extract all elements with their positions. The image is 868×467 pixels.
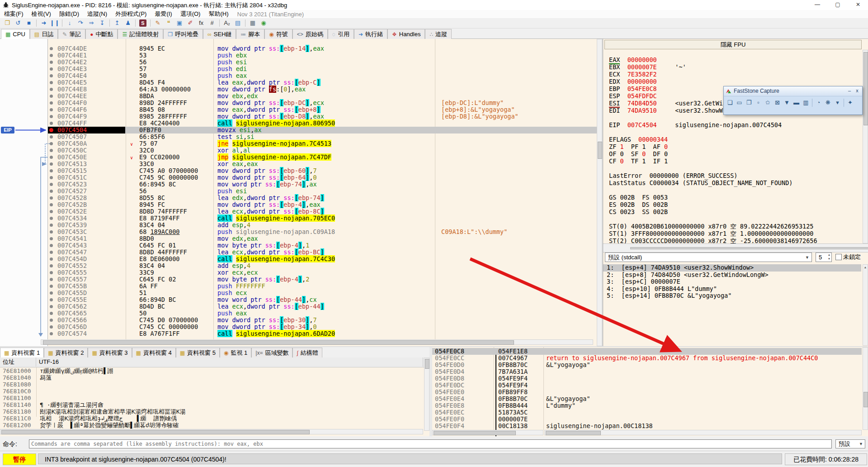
assemble-icon[interactable]: A₂ [222, 19, 232, 28]
scrollbar-thumb[interactable] [1, 430, 310, 434]
disasm-row[interactable]: 007C45288D55 8Clea edx,dword ptr ss:[ebp… [0, 195, 597, 201]
breakpoint-dot[interactable] [50, 210, 53, 213]
scrollbar-thumb[interactable] [43, 340, 514, 345]
disasm-row[interactable]: 007C450E∨E9 CC020000jmp siglusengine-noj… [0, 154, 597, 161]
disasm-row[interactable]: 007C45418BD0mov edx,eax [0, 235, 597, 242]
step-into-icon[interactable]: ↓ [64, 19, 75, 28]
run-to-user-code-icon[interactable]: ♟ [123, 19, 133, 28]
tab-trace[interactable]: ∴追蹤 [425, 29, 452, 39]
disasm-row[interactable]: 007C455D51push ecx [0, 290, 597, 296]
dump-row[interactable]: 76E81100 [0, 395, 429, 401]
breakpoint-dot[interactable] [50, 190, 53, 193]
stack-row[interactable]: 054FE0E00FB89FF8 [432, 389, 868, 396]
breakpoint-dot[interactable] [50, 264, 53, 267]
breakpoint-dot[interactable] [50, 149, 53, 152]
disasm-row[interactable]: 007C452B8945 FCmov dword ptr ss:[ebp-4],… [0, 201, 597, 208]
register-line[interactable] [609, 114, 862, 121]
scylla-icon[interactable]: S [139, 19, 146, 27]
dump-tab-5[interactable]: ▦資料視窗 5 [176, 348, 220, 357]
disasm-row[interactable]: 007C453C68 189AC000push siglusengine-noj… [0, 229, 597, 235]
dump-row[interactable]: 76E81140¶ ·纐刳湯杳湯ユ湯抲酓 [0, 401, 429, 408]
breakpoint-dot[interactable] [50, 237, 53, 240]
calling-convention-select[interactable]: 預設 (stdcall) ▼ [605, 253, 812, 262]
breakpoint-dot[interactable] [50, 217, 53, 220]
address-column-header[interactable]: 位址 [0, 357, 36, 367]
fs-capture-fixed-icon[interactable]: ▬ [792, 97, 801, 108]
stack-row[interactable]: 054FE0CC007C4967return to siglusengine-n… [432, 355, 868, 362]
open-file-icon[interactable]: ❐ [2, 19, 13, 28]
tab-source[interactable]: <>原始碼 [292, 29, 328, 39]
dump-panel[interactable]: ▦資料視窗 1▦資料視窗 2▦資料視窗 3▦資料視窗 4▦資料視窗 5◉監視 1… [0, 347, 429, 436]
dump-tab-watch[interactable]: ◉監視 1 [220, 348, 251, 357]
patches-icon[interactable]: ✎ [152, 19, 163, 28]
stack-row[interactable]: 054FE0F400C18138siglusengine-nojapan.00C… [432, 423, 868, 429]
breakpoint-dot[interactable] [50, 156, 53, 159]
breakpoint-dot[interactable] [50, 278, 53, 281]
disasm-row[interactable]: 007C44EE8BDAmov ebx,edx [0, 93, 597, 100]
tab-breakpoints[interactable]: ●中斷點 [85, 29, 118, 39]
argument-row[interactable]: 3: [esp+C] 0000007E [603, 278, 861, 286]
fs-capture-fullscreen-icon[interactable]: ⊠ [773, 97, 782, 108]
fs-capture-window-icon[interactable]: ▭ [735, 97, 744, 108]
disasm-row[interactable]: 007C44FFE8 4C240400call siglusengine-noj… [0, 120, 597, 127]
disasm-row[interactable]: 007C455533C9xor ecx,ecx [0, 269, 597, 276]
disasm-row[interactable]: 007C44E256push esi [0, 59, 597, 66]
faststone-close-button[interactable]: x [854, 87, 861, 94]
stack-row[interactable]: 054FE0D8054FE9F4 [432, 375, 868, 382]
calculator-icon[interactable]: ▦ [247, 19, 258, 28]
stack-panel[interactable]: 054FE0C8054FE1E8054FE0CC007C4967return t… [432, 347, 868, 436]
fs-screen-recorder-icon[interactable]: ▥ [801, 97, 811, 108]
breakpoint-dot[interactable] [50, 325, 53, 329]
dump-row[interactable]: 76E81180刡湯K湯瓨相剠湯宭相逮酓宭相早湯K湯焪相瓨相畐湯K湯 [0, 408, 429, 415]
breakpoint-dot[interactable] [50, 101, 53, 105]
breakpoint-dot[interactable] [50, 230, 53, 234]
tab-notes[interactable]: ✎筆記 [58, 29, 85, 39]
register-line[interactable] [609, 165, 862, 172]
register-line[interactable]: ST(1) 3FFF8000000000000000 x87r1 空 1.000… [609, 230, 862, 237]
minimize-button[interactable]: — [807, 0, 827, 10]
panel-splitter[interactable] [603, 243, 868, 253]
dump-row[interactable]: 76E810C0 [0, 388, 429, 395]
stack-row[interactable]: 054FE0D47B7A631A [432, 368, 868, 375]
disasm-horizontal-scrollbar[interactable] [41, 339, 593, 345]
dump-tab-3[interactable]: ▦資料視窗 3 [88, 348, 132, 357]
breakpoint-dot[interactable] [50, 271, 53, 274]
restart-icon[interactable]: ↺ [13, 19, 24, 28]
execute-till-return-icon[interactable]: ↥ [112, 19, 123, 28]
register-line[interactable]: ST(0) 4005B20B610000000000 x87r0 空 89.02… [609, 223, 862, 230]
breakpoint-dot[interactable] [50, 244, 53, 247]
stack-row[interactable]: 054FE0E80FB8B444L"dummy" [432, 402, 868, 409]
menu-item[interactable]: 幫助(H) [204, 10, 232, 18]
tab-log[interactable]: ▤日誌 [30, 29, 58, 39]
stack-row[interactable]: 054FE0C8054FE1E8 [432, 348, 868, 355]
close-button[interactable]: ✕ [848, 0, 868, 10]
dump-horizontal-scrollbar[interactable] [0, 429, 423, 434]
breakpoint-dot[interactable] [50, 224, 53, 227]
maximize-button[interactable]: ▢ [828, 0, 848, 10]
scrollbar-thumb[interactable] [863, 52, 868, 125]
stack-row[interactable]: 054FE0E40FB8B70C&L"yogayoga" [432, 396, 868, 402]
fs-capture-scrolling-icon[interactable]: ▼ [782, 97, 792, 108]
remote-icon[interactable]: ▤ [232, 19, 243, 28]
disasm-row[interactable]: 007C4515C745 A0 07000000mov dword ptr ss… [0, 167, 597, 174]
disasm-row[interactable]: 007C452E8D8D 74FFFFFFlea ecx,dword ptr s… [0, 208, 597, 215]
menu-item[interactable]: 外掛程式(P) [111, 10, 151, 18]
breakpoint-dot[interactable] [50, 95, 53, 98]
utf16-column-header[interactable]: UTF-16 [36, 357, 423, 367]
fs-capture-rectangle-icon[interactable]: ▫ [754, 97, 763, 108]
faststone-capture-window[interactable]: FastStone Capture – x ❏▭❐▫✩⊠▼▬▥◔❋▾✦ [723, 86, 863, 115]
breakpoint-dot[interactable] [50, 142, 53, 145]
hash-icon[interactable]: # [207, 19, 217, 28]
tab-symbols[interactable]: ◉符號 [264, 29, 292, 39]
disasm-row[interactable]: 007C452756push esi [0, 188, 597, 195]
disasm-row[interactable]: 007C44E864:A3 00000000mov dword ptr fs:[… [0, 86, 597, 93]
breakpoint-dot[interactable] [50, 54, 53, 57]
stack-row[interactable]: 054FE0DC054FE9F4 [432, 382, 868, 389]
dump-row[interactable]: 76E81200贠茡ㅣ晸 ▌纐ª羃於㣲變鲡肈酳斸▌纐茖ժ胡簿㠳䮤確 [0, 422, 429, 429]
breakpoint-dot[interactable] [50, 319, 53, 322]
menu-item[interactable]: 檔案(F) [0, 10, 28, 18]
disasm-row[interactable]: 007C451CC745 9C 00000000mov dword ptr ss… [0, 174, 597, 181]
breakpoint-dot[interactable] [50, 108, 53, 111]
run-to-selection-icon[interactable]: ⇒ [86, 19, 97, 28]
register-line[interactable]: EIP 007C4504 siglusengine-nojapan.007C45… [609, 121, 862, 129]
